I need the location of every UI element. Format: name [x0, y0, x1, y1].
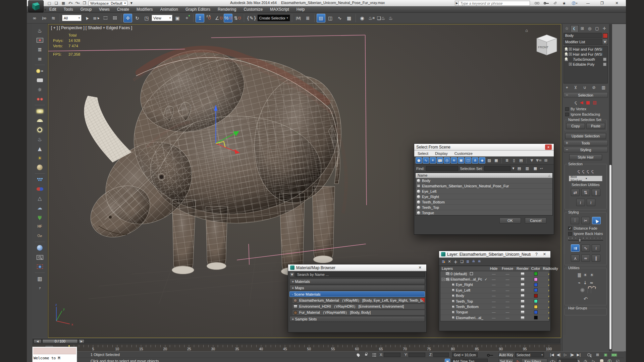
maximize-viewport-toggle-icon[interactable]: ◱	[614, 359, 621, 362]
brush-size-slider[interactable]	[568, 237, 603, 242]
stereo-glasses-icon[interactable]	[34, 95, 46, 103]
polygon-subobject-icon[interactable]: ■	[586, 100, 590, 105]
ornatrix-icon[interactable]: O⌀	[34, 232, 46, 240]
layer-color-swatch[interactable]	[530, 299, 541, 303]
by-vertex-checkbox[interactable]	[565, 107, 569, 111]
light-lister-icon[interactable]: ≡	[34, 67, 46, 75]
freeze-toggle[interactable]: —	[500, 294, 515, 298]
menu-item[interactable]: MAXScript	[266, 7, 293, 12]
ambient-light-icon[interactable]	[34, 163, 46, 172]
render-elements-list-icon[interactable]: ≣	[34, 45, 46, 54]
tab-motion[interactable]: ◎	[586, 25, 593, 32]
sample-slots-group-bar[interactable]: + Sample Slots	[289, 316, 425, 322]
zoom-extents-icon[interactable]: ▣	[602, 352, 609, 357]
menu-item[interactable]: Edit	[46, 7, 60, 12]
auto-key-button[interactable]: Auto Key	[498, 352, 514, 357]
layer-row[interactable]: Elasmatheri...al_Pos — —	[440, 277, 549, 282]
render-toggle[interactable]	[515, 311, 530, 313]
clump-hair-icon[interactable]: ⋏	[571, 254, 580, 262]
expand-icon[interactable]	[442, 278, 445, 281]
modifier-stack-row[interactable]: TurboSmooth	[564, 57, 607, 62]
layer-color-swatch[interactable]	[530, 316, 541, 319]
camera-icon[interactable]	[34, 76, 46, 84]
radiosity-toggle[interactable]	[541, 311, 549, 313]
time-slider[interactable]: ◀ 0 / 100 ▶	[32, 338, 561, 344]
expand-icon[interactable]	[448, 305, 451, 308]
vray-proxy-icon[interactable]	[34, 185, 46, 193]
select-from-scene-titlebar[interactable]: Select From Scene x	[414, 144, 554, 150]
infocenter-search[interactable]: ▶	[455, 1, 530, 6]
show-end-result-icon[interactable]: ⊻	[574, 85, 577, 90]
scene-object-row[interactable]: Eye_Left	[416, 189, 552, 194]
select-by-name-icon[interactable]: ≡▲	[92, 14, 100, 22]
edit-named-selection-sets-icon[interactable]: {✎}	[246, 14, 257, 22]
select-hair-arrow-icon[interactable]: ▲	[592, 217, 601, 224]
zoom-all-icon[interactable]: ⊞	[594, 352, 601, 357]
display-lights-icon[interactable]: ☀	[430, 157, 436, 164]
hide-toggle[interactable]: —	[487, 272, 500, 276]
style-hair-button[interactable]: Style Hair	[569, 154, 602, 160]
rendered-frame-window-icon[interactable]: ❏♨	[377, 14, 386, 22]
menu-item[interactable]: Customize	[240, 7, 266, 12]
curve-editor-icon[interactable]: ∿	[335, 14, 344, 22]
modifier-bulb-icon[interactable]	[565, 47, 568, 51]
freeze-toggle[interactable]: —	[500, 305, 515, 309]
render-production-icon[interactable]: ♨	[386, 14, 395, 22]
render-setup-icon[interactable]: ♨▤	[367, 14, 376, 22]
select-from-scene-dialog[interactable]: Select From Scene x SelectDisplayCustomi…	[414, 143, 554, 235]
material-row[interactable]: Elasmatherium_Material （VRayMtl） [Body, …	[292, 298, 425, 303]
vray-sun-icon[interactable]: ☀	[34, 154, 46, 162]
workspace-dropdown[interactable]: Workspace: Default ▾	[89, 1, 127, 6]
render-toggle[interactable]	[515, 294, 530, 297]
tab-modify[interactable]	[571, 25, 579, 32]
layer-color-swatch[interactable]	[530, 294, 541, 298]
scene-object-row[interactable]: Elasmatherium_Siberian_Unicorn_Neutral_P…	[416, 183, 552, 189]
orbit-icon[interactable]	[606, 359, 613, 362]
display-groups-icon[interactable]: ▣	[458, 157, 464, 164]
modifier-bulb-icon[interactable]	[565, 62, 568, 66]
time-slider-handle[interactable]: 0 / 100	[42, 339, 78, 343]
copy-button[interactable]: Copy	[566, 123, 585, 129]
invert-selection-icon[interactable]: ⇄	[571, 189, 580, 196]
material-row[interactable]: Environment_HDRI （VRayHDRI） [Environment…	[292, 304, 425, 309]
schematic-view-icon[interactable]: ▦	[345, 14, 354, 22]
scene-materials-group-bar[interactable]: - Scene Materials	[289, 291, 425, 297]
welcome-window[interactable]: Welcome to M	[32, 347, 77, 362]
radiosity-toggle[interactable]	[541, 295, 549, 297]
layer-row[interactable]: Teeth_Bottom — —	[440, 304, 549, 309]
render-toggle[interactable]	[515, 273, 530, 275]
layer-row[interactable]: Eye_Left — —	[440, 288, 549, 293]
vray-dome-light-icon[interactable]	[34, 116, 46, 125]
menu-item[interactable]: Modifiers	[133, 7, 157, 12]
menu-item[interactable]: Graph Editors	[182, 7, 214, 12]
hide-toggle[interactable]: —	[487, 277, 500, 281]
selection-filter-dropdown[interactable]: All▾	[62, 15, 82, 21]
expand-icon[interactable]	[569, 58, 572, 61]
layer-badge[interactable]	[470, 272, 473, 275]
close-icon[interactable]: ✕	[416, 265, 424, 270]
menu-item[interactable]: Views	[95, 7, 113, 12]
save-file-icon[interactable]: ▦	[60, 1, 66, 6]
camera-light-icon[interactable]: ☼	[34, 85, 46, 94]
rotate-hair-icon[interactable]: ≈	[581, 254, 590, 262]
current-frame-field[interactable]: 0	[557, 359, 577, 362]
menu-item[interactable]: Rendering	[214, 7, 240, 12]
snaps-toggle-icon[interactable]: 2.5Ω	[205, 14, 214, 22]
redo-icon[interactable]: ↷▾	[74, 1, 80, 6]
menu-item[interactable]: Tools	[60, 7, 77, 12]
view-details-icon[interactable]: ▤	[518, 157, 524, 164]
hide-toggle[interactable]: —	[487, 283, 500, 287]
layer-color-swatch[interactable]	[530, 272, 541, 276]
viewcube[interactable]: FRONT	[537, 35, 557, 55]
undo-icon[interactable]: ↶	[584, 296, 588, 302]
browser-options-icon[interactable]: ▼	[289, 272, 294, 277]
box-marker-dropdown[interactable]: Box Marker▾	[569, 176, 602, 181]
render-toggle[interactable]	[515, 283, 530, 286]
hair-brush-icon[interactable]: ⫶	[571, 217, 579, 224]
hair-cut-scissors-icon[interactable]: ✂	[581, 217, 590, 224]
scene-explorer-icon[interactable]: ◫	[326, 14, 335, 22]
key-filters-button[interactable]: Key Filters...	[521, 359, 547, 362]
pop-selected-icon[interactable]: ☀	[590, 273, 594, 278]
layer-row[interactable]: Elasmatheri...al_ — —	[440, 315, 549, 320]
display-containers-icon[interactable]: ◈	[479, 157, 485, 164]
